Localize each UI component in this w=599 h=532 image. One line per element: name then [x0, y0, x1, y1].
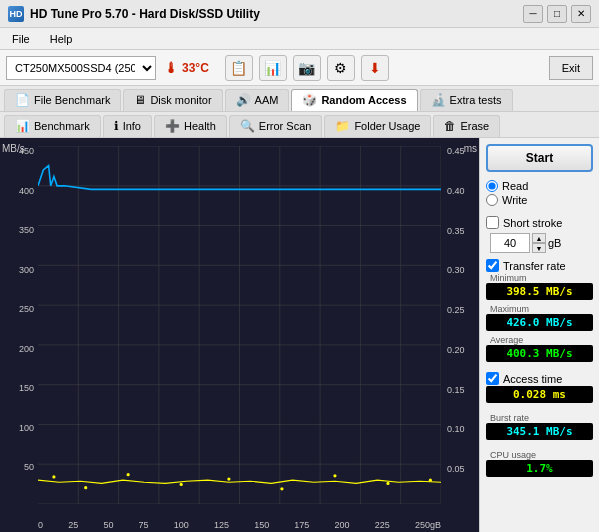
y-left-label-2: 350	[19, 225, 34, 235]
svg-point-24	[180, 483, 183, 486]
maximum-value: 426.0 MB/s	[486, 314, 593, 331]
stroke-down-btn[interactable]: ▼	[532, 243, 546, 253]
x-label-5: 125	[214, 520, 229, 530]
temperature-display: 🌡 33°C	[164, 60, 209, 76]
cpu-usage-label: CPU usage	[490, 450, 593, 460]
chart-area: 450 400 350 300 250 200 150 100 50	[0, 138, 479, 532]
close-button[interactable]: ✕	[571, 5, 591, 23]
y-left-label-7: 100	[19, 423, 34, 433]
tab-info[interactable]: ℹ Info	[103, 115, 152, 137]
window-controls: ─ □ ✕	[523, 5, 591, 23]
burst-rate-label: Burst rate	[490, 413, 593, 423]
tab-file-benchmark[interactable]: 📄 File Benchmark	[4, 89, 121, 111]
y-right-label-4: 0.25	[447, 305, 465, 315]
stroke-input[interactable]	[490, 233, 530, 253]
exit-button[interactable]: Exit	[549, 56, 593, 80]
write-label: Write	[502, 194, 527, 206]
x-label-2: 50	[103, 520, 113, 530]
read-label: Read	[502, 180, 528, 192]
menu-help[interactable]: Help	[46, 31, 77, 47]
y-right-label-3: 0.30	[447, 265, 465, 275]
disk-monitor-icon: 🖥	[134, 93, 146, 107]
minimum-value: 398.5 MB/s	[486, 283, 593, 300]
copy-icon-btn[interactable]: 📋	[225, 55, 253, 81]
svg-point-28	[386, 482, 389, 485]
tab-extra-tests[interactable]: 🔬 Extra tests	[420, 89, 513, 111]
error-scan-icon: 🔍	[240, 119, 255, 133]
y-left-label-1: 400	[19, 186, 34, 196]
average-value: 400.3 MB/s	[486, 345, 593, 362]
access-time-value: 0.028 ms	[486, 386, 593, 403]
stroke-spinner: ▲ ▼	[532, 233, 546, 253]
burst-rate-section: Burst rate 345.1 MB/s	[486, 413, 593, 444]
burst-rate-value: 345.1 MB/s	[486, 423, 593, 440]
y-right-label-8: 0.05	[447, 464, 465, 474]
settings-icon-btn[interactable]: ⚙	[327, 55, 355, 81]
tabs-row2: 📊 Benchmark ℹ Info ➕ Health 🔍 Error Scan…	[0, 112, 599, 138]
start-button[interactable]: Start	[486, 144, 593, 172]
svg-point-25	[227, 477, 230, 480]
menu-bar: File Help	[0, 28, 599, 50]
x-label-3: 75	[139, 520, 149, 530]
info-icon-btn[interactable]: 📊	[259, 55, 287, 81]
menu-file[interactable]: File	[8, 31, 34, 47]
transfer-rate-label: Transfer rate	[503, 260, 566, 272]
x-label-7: 175	[294, 520, 309, 530]
svg-point-21	[52, 475, 55, 478]
drive-selector[interactable]: CT250MX500SSD4 (250 gB)	[6, 56, 156, 80]
tab-error-scan[interactable]: 🔍 Error Scan	[229, 115, 323, 137]
read-radio-label[interactable]: Read	[486, 180, 593, 192]
extra-tests-icon: 🔬	[431, 93, 446, 107]
x-label-10: 250gB	[415, 520, 441, 530]
camera-icon-btn[interactable]: 📷	[293, 55, 321, 81]
info-icon: ℹ	[114, 119, 119, 133]
tab-health[interactable]: ➕ Health	[154, 115, 227, 137]
write-radio-label[interactable]: Write	[486, 194, 593, 206]
stroke-up-btn[interactable]: ▲	[532, 233, 546, 243]
transfer-rate-section: Transfer rate Minimum 398.5 MB/s Maximum…	[486, 259, 593, 366]
access-time-section: Access time 0.028 ms	[486, 372, 593, 407]
download-icon-btn[interactable]: ⬇	[361, 55, 389, 81]
tab-benchmark[interactable]: 📊 Benchmark	[4, 115, 101, 137]
access-time-row[interactable]: Access time	[486, 372, 593, 385]
tab-aam[interactable]: 🔊 AAM	[225, 89, 290, 111]
x-label-6: 150	[254, 520, 269, 530]
title-bar-left: HD HD Tune Pro 5.70 - Hard Disk/SSD Util…	[8, 6, 260, 22]
y-right-label-6: 0.15	[447, 385, 465, 395]
tab-erase[interactable]: 🗑 Erase	[433, 115, 500, 137]
y-right-label-2: 0.35	[447, 226, 465, 236]
access-time-checkbox[interactable]	[486, 372, 499, 385]
svg-point-27	[333, 474, 336, 477]
aam-icon: 🔊	[236, 93, 251, 107]
short-stroke-label[interactable]: Short stroke	[486, 216, 593, 229]
window-title: HD Tune Pro 5.70 - Hard Disk/SSD Utility	[30, 7, 260, 21]
transfer-rate-checkbox[interactable]	[486, 259, 499, 272]
y-left-label-6: 150	[19, 383, 34, 393]
cpu-usage-section: CPU usage 1.7%	[486, 450, 593, 481]
y-left-label-8: 50	[24, 462, 34, 472]
y-left-unit: MB/s	[2, 143, 25, 154]
write-radio[interactable]	[486, 194, 498, 206]
erase-icon: 🗑	[444, 119, 456, 133]
maximum-label: Maximum	[490, 304, 593, 314]
transfer-rate-row[interactable]: Transfer rate	[486, 259, 593, 272]
tab-random-access[interactable]: 🎲 Random Access	[291, 89, 417, 111]
maximize-button[interactable]: □	[547, 5, 567, 23]
thermometer-icon: 🌡	[164, 60, 178, 76]
x-label-1: 25	[68, 520, 78, 530]
toolbar: CT250MX500SSD4 (250 gB) 🌡 33°C 📋 📊 📷 ⚙ ⬇…	[0, 50, 599, 86]
tab-folder-usage[interactable]: 📁 Folder Usage	[324, 115, 431, 137]
benchmark-icon: 📊	[15, 119, 30, 133]
svg-point-26	[280, 487, 283, 490]
file-benchmark-icon: 📄	[15, 93, 30, 107]
minimize-button[interactable]: ─	[523, 5, 543, 23]
x-label-9: 225	[375, 520, 390, 530]
x-label-4: 100	[174, 520, 189, 530]
minimum-label: Minimum	[490, 273, 593, 283]
y-right-unit: ms	[464, 143, 477, 154]
y-right-label-0: 0.45	[447, 146, 465, 156]
tab-disk-monitor[interactable]: 🖥 Disk monitor	[123, 89, 222, 111]
read-radio[interactable]	[486, 180, 498, 192]
short-stroke-checkbox[interactable]	[486, 216, 499, 229]
y-left-label-3: 300	[19, 265, 34, 275]
